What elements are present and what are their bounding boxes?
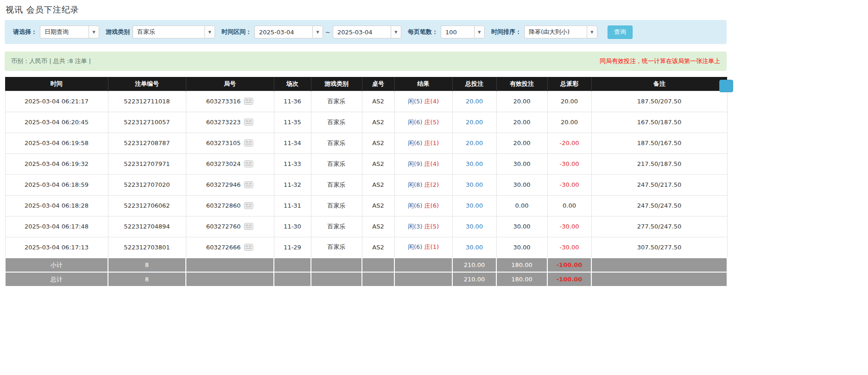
cell-round-number: 603272760	[186, 216, 274, 237]
cell-payout: -30.00	[547, 216, 591, 237]
cell-total-bet: 30.00	[452, 195, 496, 216]
search-button[interactable]: 查询	[608, 25, 633, 39]
total-bet-link[interactable]: 20.00	[466, 140, 483, 146]
cell-empty	[274, 272, 311, 286]
replay-video-icon[interactable]	[244, 97, 253, 105]
cell-valid-bet: 20.00	[496, 112, 547, 133]
cell-remark: 307.50/277.50	[591, 237, 727, 258]
cell-table-number: AS2	[362, 237, 394, 258]
table-row: 2025-03-04 06:17:48 522312704894 6032727…	[5, 216, 727, 237]
time-sort-dropdown[interactable]: 降幂(由大到小) ▼	[524, 25, 597, 38]
replay-video-icon[interactable]	[244, 202, 253, 210]
cell-session: 11-36	[274, 91, 311, 112]
cell-total-bet: 20.00	[452, 133, 496, 153]
cell-payout: -30.00	[547, 153, 591, 174]
time-sort-label: 时间排序：	[491, 28, 521, 36]
game-type-label: 游戏类别	[106, 28, 130, 36]
cell-valid-bet: 30.00	[496, 153, 547, 174]
replay-video-icon[interactable]	[244, 222, 253, 230]
cell-payout: 0.00	[547, 195, 591, 216]
game-type-dropdown[interactable]: 百家乐 ▼	[133, 25, 215, 38]
total-bet-link[interactable]: 30.00	[466, 160, 483, 167]
cell-table-number: AS2	[362, 174, 394, 195]
cell-empty	[186, 258, 274, 272]
cell-session: 11-31	[274, 195, 311, 216]
cell-valid-bet: 20.00	[496, 91, 547, 112]
column-header-1: 时间	[5, 77, 108, 91]
cell-empty	[311, 272, 362, 286]
cell-time: 2025-03-04 06:19:58	[5, 133, 108, 153]
cell-bet-number: 522312706062	[108, 195, 186, 216]
column-header-2: 注单编号	[108, 77, 186, 91]
page-size-label: 每页笔数：	[408, 28, 438, 36]
total-bet-link[interactable]: 30.00	[466, 181, 483, 188]
result-player: 闲(5)	[408, 98, 422, 105]
result-banker: 庄(6)	[424, 202, 439, 209]
cell-payout: -30.00	[547, 237, 591, 258]
column-header-8: 总投注	[452, 77, 496, 91]
cell-time: 2025-03-04 06:17:13	[5, 237, 108, 258]
replay-video-icon[interactable]	[244, 139, 253, 147]
cell-payout: 20.00	[547, 112, 591, 133]
cell-session: 11-30	[274, 216, 311, 237]
total-bet-link[interactable]: 20.00	[466, 98, 483, 105]
cell-session: 11-32	[274, 174, 311, 195]
bet-records-table: 时间注单编号局号场次游戏类别桌号结果总投注有效投注总派彩备注 2025-03-0…	[5, 77, 728, 287]
cell-empty	[394, 272, 452, 286]
date-from-picker[interactable]: 2025-03-04 ▼	[254, 25, 323, 38]
export-button[interactable]	[719, 80, 733, 92]
table-row: 2025-03-04 06:20:45 522312710057 6032732…	[5, 112, 727, 133]
cell-round-number: 603273223	[186, 112, 274, 133]
cell-result: 闲(3) 庄(5)	[394, 216, 452, 237]
cell-summary-total-bet: 210.00	[452, 258, 496, 272]
result-player: 闲(6)	[408, 140, 422, 146]
cell-round-number: 603273105	[186, 133, 274, 153]
result-banker: 庄(5)	[424, 119, 439, 126]
replay-video-icon[interactable]	[244, 160, 253, 168]
cell-payout: 20.00	[547, 91, 591, 112]
cell-time: 2025-03-04 06:19:32	[5, 153, 108, 174]
total-bet-link[interactable]: 30.00	[466, 223, 483, 230]
cell-valid-bet: 30.00	[496, 216, 547, 237]
cell-bet-number: 522312707020	[108, 174, 186, 195]
cell-round-number: 603272946	[186, 174, 274, 195]
page-size-dropdown[interactable]: 100 ▼	[441, 25, 485, 38]
cell-table-number: AS2	[362, 133, 394, 153]
cell-table-number: AS2	[362, 112, 394, 133]
cell-session: 11-34	[274, 133, 311, 153]
replay-video-icon[interactable]	[244, 181, 253, 189]
cell-round-number: 603273024	[186, 153, 274, 174]
cell-empty	[362, 272, 394, 286]
date-to-picker[interactable]: 2025-03-04 ▼	[333, 25, 401, 38]
cell-game-type: 百家乐	[311, 174, 362, 195]
total-bet-link[interactable]: 30.00	[466, 244, 483, 251]
replay-video-icon[interactable]	[244, 118, 253, 126]
select-mode-label: 请选择：	[13, 28, 37, 36]
cell-game-type: 百家乐	[311, 112, 362, 133]
cell-result: 闲(5) 庄(4)	[394, 91, 452, 112]
cell-bet-number: 522312707971	[108, 153, 186, 174]
filter-bar: 请选择： 日期查询 ▼ 游戏类别 百家乐 ▼ 时间区间： 2025-03-04 …	[5, 20, 727, 44]
cell-table-number: AS2	[362, 91, 394, 112]
currency-total-text: 币别：人民币 | 总共 :8 注单 |	[11, 57, 91, 65]
total-bet-link[interactable]: 20.00	[466, 119, 483, 126]
total-bet-link[interactable]: 30.00	[466, 202, 483, 209]
table-row: 2025-03-04 06:18:59 522312707020 6032729…	[5, 174, 727, 195]
cell-empty	[186, 272, 274, 286]
column-header-3: 局号	[186, 77, 274, 91]
cell-summary-label: 总计	[5, 272, 108, 286]
valid-bet-notice: 同局有效投注，统一计算在该局第一张注单上	[600, 57, 720, 65]
cell-time: 2025-03-04 06:18:59	[5, 174, 108, 195]
cell-result: 闲(8) 庄(2)	[394, 174, 452, 195]
date-to-value: 2025-03-04	[333, 25, 391, 38]
column-header-9: 有效投注	[496, 77, 547, 91]
cell-empty	[591, 272, 727, 286]
cell-valid-bet: 20.00	[496, 133, 547, 153]
select-mode-dropdown[interactable]: 日期查询 ▼	[40, 25, 99, 38]
result-banker: 庄(5)	[424, 223, 439, 230]
cell-round-number: 603273316	[186, 91, 274, 112]
table-row: 2025-03-04 06:21:17 522312711018 6032733…	[5, 91, 727, 112]
replay-video-icon[interactable]	[244, 243, 253, 251]
cell-payout: -20.00	[547, 133, 591, 153]
cell-result: 闲(6) 庄(1)	[394, 237, 452, 258]
